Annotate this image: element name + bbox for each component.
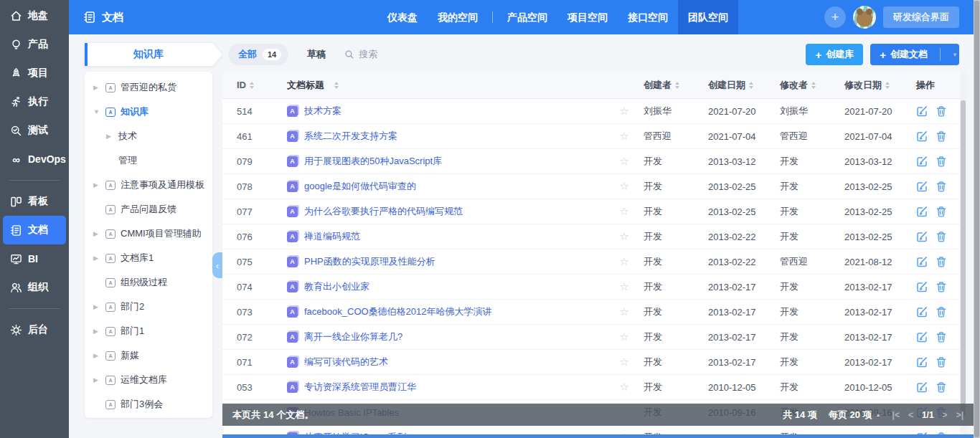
- table-row[interactable]: 076 禅道编码规范 开发 2013-02-22 开发 2013-02-25: [222, 224, 966, 249]
- sort-icon[interactable]: [250, 82, 254, 89]
- col-header-editor[interactable]: 修改者: [773, 79, 837, 92]
- trash-icon[interactable]: [936, 306, 947, 318]
- sidebar-item-dashboard[interactable]: 地盘: [3, 1, 66, 30]
- star-icon[interactable]: [612, 130, 636, 143]
- filter-draft[interactable]: 草稿: [307, 48, 326, 61]
- nav-item-dashboard[interactable]: 仪表盘: [377, 0, 428, 34]
- sidebar-item-org[interactable]: 组织: [3, 273, 66, 302]
- star-icon[interactable]: [612, 381, 636, 394]
- table-row[interactable]: 514 技术方案 刘振华 2021-07-20 刘振华 2021-07-20: [222, 99, 966, 124]
- doc-title-link[interactable]: 用于展现图表的50种JavaScript库: [304, 155, 442, 168]
- avatar[interactable]: [853, 6, 876, 29]
- plus-icon[interactable]: +: [824, 6, 846, 28]
- table-row[interactable]: 074 教育出小创业家 开发 2013-02-17 开发 2013-02-17: [222, 275, 966, 300]
- filter-all[interactable]: 全部 14: [228, 44, 288, 65]
- caret-icon[interactable]: [93, 279, 100, 286]
- edit-icon[interactable]: [916, 206, 928, 217]
- sort-icon[interactable]: [749, 82, 753, 89]
- trash-icon[interactable]: [936, 206, 947, 217]
- caret-icon[interactable]: [93, 84, 100, 91]
- caret-icon[interactable]: [93, 328, 100, 335]
- sort-icon[interactable]: [811, 82, 816, 89]
- trash-icon[interactable]: [936, 381, 947, 393]
- caret-icon[interactable]: [106, 157, 113, 164]
- nav-item-my-space[interactable]: 我的空间: [428, 0, 488, 34]
- tree-item[interactable]: 部门3例会: [85, 392, 212, 416]
- col-header-edited[interactable]: 修改日期: [837, 79, 909, 92]
- edit-icon[interactable]: [916, 156, 928, 167]
- edit-icon[interactable]: [916, 231, 928, 242]
- caret-icon[interactable]: [93, 230, 100, 237]
- star-icon[interactable]: [612, 105, 636, 118]
- table-row[interactable]: 077 为什么谷歌要执行严格的代码编写规范 开发 2013-02-25 开发 2…: [222, 199, 966, 224]
- star-icon[interactable]: [612, 255, 636, 268]
- edit-icon[interactable]: [916, 306, 928, 318]
- table-row[interactable]: 072 离开一线企业你算老几? 开发 2013-02-17 开发 2013-02…: [222, 325, 966, 350]
- col-header-title[interactable]: 文档标题: [273, 79, 612, 92]
- library-tab-ribbon[interactable]: 知识库: [85, 43, 222, 66]
- caret-icon[interactable]: [93, 206, 100, 213]
- table-scrollbar-thumb[interactable]: [961, 100, 966, 416]
- table-row[interactable]: 078 google是如何做代码审查的 开发 2013-02-25 开发 201…: [222, 174, 966, 199]
- star-icon[interactable]: [612, 356, 636, 368]
- nav-item-api-space[interactable]: 接口空间: [618, 0, 678, 34]
- create-doc-button[interactable]: + 创建文档: [870, 44, 959, 65]
- prev-page-icon[interactable]: [908, 410, 913, 420]
- trash-icon[interactable]: [936, 281, 947, 292]
- edit-icon[interactable]: [916, 105, 928, 117]
- trash-icon[interactable]: [936, 356, 947, 368]
- create-library-button[interactable]: + 创建库: [806, 44, 863, 65]
- table-row[interactable]: 053 专访资深系统管理员曹江华 开发 2010-12-05 开发 2010-1…: [222, 375, 966, 400]
- caret-icon[interactable]: [106, 133, 113, 140]
- tree-item[interactable]: 技术: [85, 124, 212, 148]
- doc-title-link[interactable]: 系统二次开发支持方案: [304, 130, 397, 143]
- star-icon[interactable]: [612, 155, 636, 168]
- tree-item[interactable]: 管西迎的私货: [85, 75, 212, 100]
- sidebar-item-admin[interactable]: 后台: [3, 315, 66, 344]
- nav-item-project-space[interactable]: 项目空间: [557, 0, 618, 34]
- trash-icon[interactable]: [936, 105, 947, 117]
- edit-icon[interactable]: [916, 281, 928, 292]
- nav-item-product-space[interactable]: 产品空间: [497, 0, 557, 34]
- trash-icon[interactable]: [936, 331, 947, 343]
- caret-icon[interactable]: [93, 181, 100, 189]
- star-icon[interactable]: [612, 305, 636, 318]
- star-icon[interactable]: [612, 205, 636, 218]
- per-page-select[interactable]: 每页 20 项: [829, 409, 881, 422]
- window-scrollbar[interactable]: [974, 0, 980, 438]
- tree-item[interactable]: CMMI项目管理辅助: [85, 222, 212, 246]
- col-header-created[interactable]: 创建日期: [701, 79, 773, 92]
- sidebar-item-execution[interactable]: 执行: [3, 87, 66, 116]
- next-page-icon[interactable]: [943, 410, 948, 420]
- edit-icon[interactable]: [916, 130, 928, 142]
- tree-item[interactable]: 知识库: [85, 100, 212, 124]
- first-page-icon[interactable]: [892, 410, 900, 420]
- doc-title-link[interactable]: google是如何做代码审查的: [304, 180, 416, 193]
- edit-icon[interactable]: [916, 256, 928, 267]
- caret-icon[interactable]: [93, 108, 100, 115]
- sidebar-item-test[interactable]: 测试: [3, 116, 66, 145]
- doc-title-link[interactable]: facebook_COO桑德伯格2012年哈佛大学演讲: [304, 305, 492, 318]
- doc-title-link[interactable]: PHP函数的实现原理及性能分析: [304, 255, 435, 268]
- table-row[interactable]: 079 用于展现图表的50种JavaScript库 开发 2013-03-12 …: [222, 149, 966, 174]
- edit-icon[interactable]: [916, 381, 928, 393]
- caret-icon[interactable]: [93, 376, 100, 384]
- sort-icon[interactable]: [885, 82, 890, 89]
- table-row[interactable]: 075 PHP函数的实现原理及性能分析 开发 2013-02-22 管西迎 20…: [222, 249, 966, 275]
- tree-item[interactable]: 部门1: [85, 319, 212, 343]
- sidebar-item-kanban[interactable]: 看板: [3, 187, 66, 216]
- doc-title-link[interactable]: 编写可读代码的艺术: [304, 356, 388, 368]
- trash-icon[interactable]: [936, 231, 947, 242]
- edit-icon[interactable]: [916, 331, 928, 343]
- doc-title-link[interactable]: 教育出小创业家: [304, 280, 369, 293]
- col-header-id[interactable]: ID: [222, 80, 273, 90]
- trash-icon[interactable]: [936, 156, 947, 167]
- nav-item-team-space[interactable]: 团队空间: [678, 0, 738, 34]
- chevron-down-icon[interactable]: [945, 52, 959, 58]
- last-page-icon[interactable]: [956, 410, 963, 420]
- search-input[interactable]: 搜索: [344, 48, 377, 61]
- edit-icon[interactable]: [916, 356, 928, 368]
- collapse-panel-handle[interactable]: ‹: [212, 252, 222, 278]
- sidebar-item-product[interactable]: 产品: [3, 30, 66, 59]
- table-scrollbar[interactable]: [960, 72, 966, 438]
